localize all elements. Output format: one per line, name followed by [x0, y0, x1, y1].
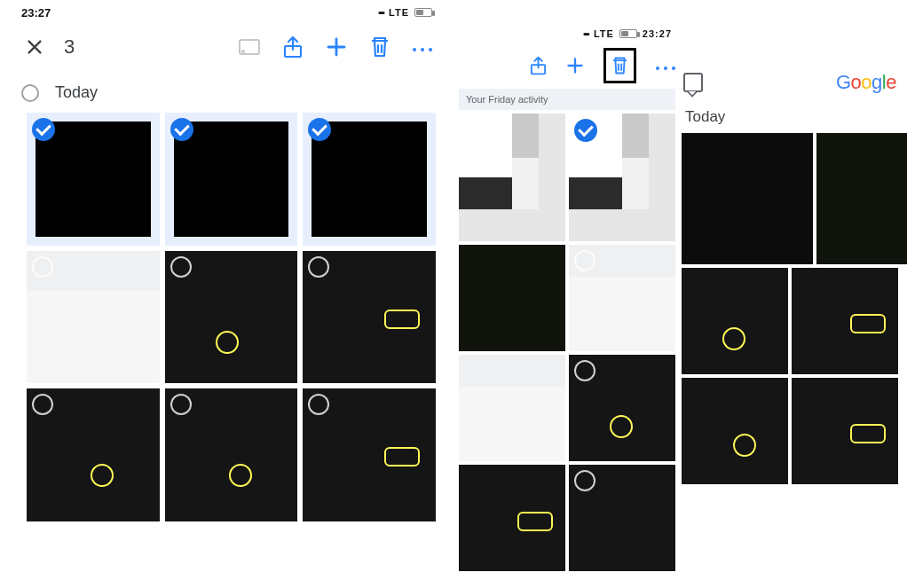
status-network: LTE: [389, 7, 409, 18]
memory-strip[interactable]: Your Friday activity: [459, 89, 675, 110]
trash-highlight-box: [603, 48, 636, 83]
photo-thumb[interactable]: [165, 388, 298, 521]
selection-count: 3: [64, 35, 75, 59]
check-icon: [170, 118, 193, 141]
check-icon: [32, 118, 55, 141]
select-ring-icon: [308, 394, 329, 415]
select-ring-icon: [170, 256, 192, 278]
photo-grid: [680, 268, 900, 484]
select-all-ring[interactable]: [21, 84, 39, 102]
battery-icon: [414, 8, 432, 17]
photo-grid: [457, 114, 677, 571]
select-ring-icon: [32, 256, 53, 278]
svg-point-3: [241, 50, 245, 53]
photo-thumb[interactable]: [816, 133, 907, 264]
add-icon[interactable]: [326, 36, 347, 58]
status-time: 23:27: [21, 6, 51, 20]
section-header[interactable]: Today: [16, 67, 438, 111]
battery-icon: [619, 29, 637, 38]
photo-thumb[interactable]: [459, 245, 565, 351]
trash-icon[interactable]: [611, 56, 628, 75]
select-ring-icon: [32, 394, 53, 415]
photo-thumb[interactable]: [27, 113, 160, 246]
photo-grid: [16, 111, 438, 523]
topbar: Google: [680, 66, 900, 99]
check-icon: [574, 119, 597, 142]
message-icon[interactable]: [683, 73, 703, 92]
select-ring-icon: [574, 470, 595, 491]
add-icon[interactable]: [566, 57, 584, 74]
section-label: Today: [55, 83, 98, 102]
close-icon[interactable]: [25, 37, 44, 57]
photo-thumb[interactable]: [459, 355, 565, 461]
selection-toolbar: [457, 46, 677, 85]
photo-thumb[interactable]: [569, 114, 675, 241]
share-icon[interactable]: [530, 56, 547, 75]
photo-thumb[interactable]: [303, 251, 436, 384]
photo-thumb[interactable]: [459, 465, 565, 571]
photo-thumb[interactable]: [682, 378, 788, 484]
trash-icon[interactable]: [370, 35, 390, 59]
status-network: LTE: [594, 28, 614, 39]
overflow-icon[interactable]: [413, 39, 432, 55]
photo-thumb[interactable]: [165, 251, 298, 384]
cast-icon[interactable]: [239, 39, 260, 55]
photo-thumb[interactable]: [27, 388, 160, 521]
status-bar: 23:27 ▪▪▪ LTE: [16, 0, 438, 25]
phone-screen-1: 23:27 ▪▪▪ LTE 3: [16, 0, 438, 523]
share-icon[interactable]: [283, 35, 303, 59]
selection-toolbar: 3: [16, 25, 438, 67]
overflow-icon[interactable]: [656, 58, 675, 74]
photo-thumb[interactable]: [27, 251, 160, 384]
memory-strip-label: Your Friday activity: [466, 94, 548, 105]
select-ring-icon: [574, 360, 595, 381]
select-ring-icon: [574, 250, 595, 271]
select-ring-icon: [308, 256, 329, 278]
photo-thumb[interactable]: [569, 355, 675, 461]
photo-thumb[interactable]: [682, 268, 788, 374]
photo-thumb[interactable]: [165, 113, 298, 246]
photo-thumb[interactable]: [303, 113, 436, 246]
check-icon: [308, 118, 331, 141]
photo-thumb[interactable]: [569, 245, 675, 351]
phone-screen-2: ▪▪▪ LTE 23:27: [457, 21, 677, 571]
photo-thumb[interactable]: [303, 388, 436, 521]
google-logo: Google: [836, 71, 896, 94]
phone-screen-3: Google Today: [680, 66, 900, 484]
status-bar: ▪▪▪ LTE 23:27: [457, 21, 677, 46]
photo-thumb[interactable]: [792, 268, 898, 374]
status-time: 23:27: [643, 28, 672, 39]
photo-thumb[interactable]: [459, 114, 565, 241]
section-label: Today: [680, 99, 900, 133]
photo-thumb[interactable]: [569, 465, 675, 571]
photo-grid: [680, 133, 900, 264]
photo-thumb[interactable]: [682, 133, 813, 264]
photo-thumb[interactable]: [792, 378, 898, 484]
select-ring-icon: [170, 394, 192, 415]
